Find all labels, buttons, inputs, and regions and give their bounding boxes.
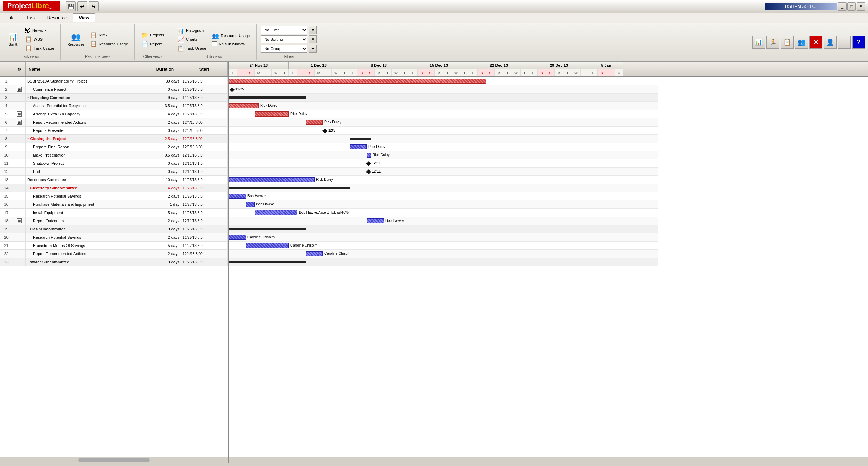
menu-view[interactable]: View — [73, 13, 95, 22]
day-cell: M — [555, 69, 563, 76]
day-cell: T — [581, 69, 589, 76]
row-start: 11/25/13 8:0 — [181, 233, 228, 241]
filter-row: No Filter ▼ — [261, 26, 317, 34]
blank-toolbar-btn[interactable] — [838, 36, 851, 49]
resource-usage-button[interactable]: 📋 Resource Usage — [88, 40, 130, 48]
delete-toolbar-btn[interactable]: ✕ — [809, 36, 822, 49]
table-toolbar-btn[interactable]: 📋 — [781, 36, 794, 49]
menu-resource[interactable]: Resource — [41, 14, 73, 22]
network-button[interactable]: 🕸 Network — [23, 26, 56, 34]
milestone-label: 12/11 — [372, 161, 381, 165]
row-name: Research Potential Savings — [26, 192, 149, 200]
filter-dropdown-btn[interactable]: ▼ — [309, 26, 317, 34]
gantt-button[interactable]: 📊 Gantt — [4, 31, 21, 48]
row-name: Research Potential Savings — [26, 233, 149, 241]
gantt-row-13: Rick Duley — [229, 176, 658, 184]
task-table-header: ⚙ Name Duration Start — [0, 62, 228, 77]
week-1dec: 1 Dec 13 — [289, 62, 349, 69]
row-icon — [13, 209, 26, 217]
gantt-bar — [306, 251, 323, 256]
sub-view-buttons: 📊 Histogram 📈 Charts 📋 Task Usage 👥 Reso… — [175, 26, 252, 53]
gantt-row-2: 11/25 — [229, 85, 658, 94]
no-sub-window-checkbox[interactable] — [212, 41, 217, 46]
row-num: 6 — [0, 118, 13, 126]
resource-label: Rick Duley — [290, 112, 307, 116]
gantt-bar — [350, 144, 367, 149]
resource-label: Bob Hawke — [385, 219, 404, 223]
day-cell: S — [606, 69, 615, 76]
resources-button[interactable]: 👥 Resources — [65, 31, 87, 48]
save-button[interactable]: 💾 — [66, 1, 76, 11]
row-icon — [13, 77, 26, 85]
row-duration: 14 days — [149, 184, 181, 192]
day-cell: W — [392, 69, 400, 76]
row-start: 12/11/13 8:0 — [181, 151, 228, 159]
users-toolbar-btn[interactable]: 👥 — [795, 36, 808, 49]
chart-toolbar-btn[interactable]: 📊 — [752, 36, 765, 49]
row-name: Reports Presented — [26, 127, 149, 134]
day-cell: S — [598, 69, 606, 76]
milestone-diamond — [230, 87, 235, 92]
menu-file[interactable]: File — [1, 14, 20, 22]
no-sub-window-button[interactable]: No sub window — [210, 41, 252, 47]
row-duration: 10 days — [149, 176, 181, 184]
row-duration: 0 days — [149, 127, 181, 134]
filter-select[interactable]: No Filter — [261, 26, 307, 34]
gantt-header: 24 Nov 13 1 Dec 13 8 Dec 13 15 Dec 13 22… — [229, 62, 868, 77]
row-num: 8 — [0, 135, 13, 143]
undo-button[interactable]: ↩ — [77, 1, 87, 11]
task-icon: ⊞ — [17, 218, 22, 223]
gantt-bar — [229, 177, 315, 182]
table-row: 19 −Gas Subcommittee 9 days 11/25/13 8:0 — [0, 225, 228, 233]
group-dropdown-btn[interactable]: ▼ — [309, 45, 317, 53]
sorting-select[interactable]: No Sorting — [261, 35, 307, 43]
menu-task[interactable]: Task — [20, 14, 41, 22]
gantt-row-7: 12/5 — [229, 127, 658, 135]
gantt-area: 24 Nov 13 1 Dec 13 8 Dec 13 15 Dec 13 22… — [229, 62, 868, 463]
help-toolbar-btn[interactable]: ? — [852, 36, 865, 49]
table-row: 11 Shutdown Project 0 days 12/11/13 1:0 — [0, 159, 228, 168]
table-row: 5 ⊞ Arrange Extra Bin Capacity 4 days 11… — [0, 110, 228, 118]
redo-button[interactable]: ↪ — [89, 1, 99, 11]
table-row: 23 −Water Subcommittee 9 days 11/25/13 8… — [0, 258, 228, 266]
projects-button[interactable]: 📁 Projects — [139, 31, 166, 39]
row-name: Assess Potential for Recycling — [26, 102, 149, 110]
task-usage-button[interactable]: 📋 Task Usage — [23, 44, 56, 52]
task-scrollbar[interactable] — [0, 457, 228, 463]
extra-toolbar-btn[interactable]: 👤 — [824, 36, 837, 49]
day-cell: S — [426, 69, 435, 76]
histogram-button[interactable]: 📊 Histogram — [175, 26, 208, 35]
resource-label: Caroline Chisolm — [290, 243, 317, 247]
rbs-button[interactable]: 📋 RBS — [88, 31, 130, 39]
row-start: 12/4/13 8:00 — [181, 250, 228, 258]
row-name: Purchase Materials and Equipment — [26, 200, 149, 208]
gantt-row-4: Rick Duley — [229, 102, 658, 110]
resource-label: Rick Duley — [324, 120, 341, 124]
sub-view-col2: 👥 Resource Usage No sub window — [210, 32, 252, 47]
row-name: Commence Project — [26, 85, 149, 93]
row-start: 12/11/13 8:0 — [181, 217, 228, 225]
day-cell: S — [357, 69, 366, 76]
row-name: −Closing the Project — [26, 135, 149, 143]
group-select[interactable]: No Group — [261, 45, 307, 53]
task-view-buttons: 📊 Gantt 🕸 Network 📋 WBS 📋 Task Usage — [4, 26, 56, 53]
report-button[interactable]: 📄 Report — [139, 40, 166, 48]
minimize-button[interactable]: _ — [838, 2, 847, 11]
sorting-dropdown-btn[interactable]: ▼ — [309, 35, 317, 43]
maximize-button[interactable]: □ — [847, 2, 856, 11]
close-button[interactable]: ✕ — [857, 2, 865, 11]
day-cell: S — [486, 69, 495, 76]
row-duration: 2 days — [149, 118, 181, 126]
summary-bar — [229, 187, 350, 189]
day-cell: F — [589, 69, 598, 76]
row-num: 14 — [0, 184, 13, 192]
charts-button[interactable]: 📈 Charts — [175, 35, 208, 44]
run-toolbar-btn[interactable]: 🏃 — [766, 36, 779, 49]
day-cell: M — [255, 69, 263, 76]
gantt-bar — [306, 120, 323, 125]
wbs-button[interactable]: 📋 WBS — [23, 35, 56, 43]
gantt-row-11: 12/11 — [229, 159, 658, 168]
gantt-scrollbar[interactable] — [229, 457, 868, 463]
resource-usage-sub-button[interactable]: 👥 Resource Usage — [210, 32, 252, 40]
sub-task-usage-button[interactable]: 📋 Task Usage — [175, 44, 208, 53]
